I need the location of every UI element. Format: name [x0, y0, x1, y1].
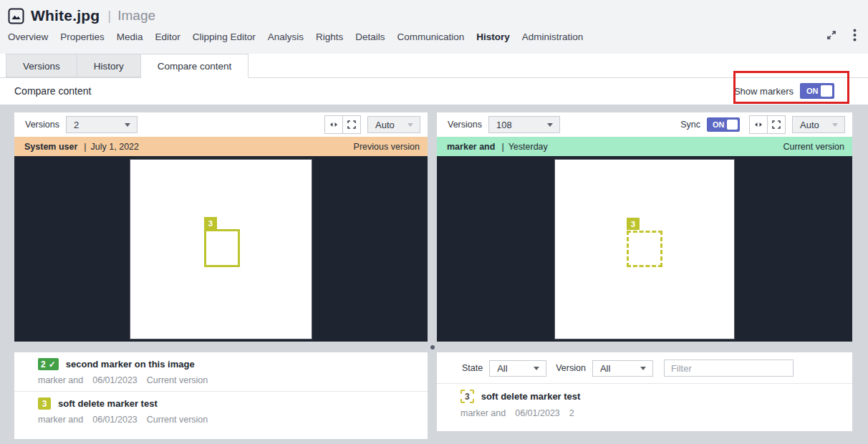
- toggle-knob: [821, 85, 832, 97]
- current-version-bar: marker and | Yesterday Current version: [437, 137, 852, 156]
- left-version-select-value: 2: [74, 120, 79, 130]
- marker-filter-row: State All Version All: [437, 352, 852, 384]
- nav-history[interactable]: History: [476, 32, 510, 42]
- fullscreen-icon[interactable]: [767, 115, 786, 134]
- nav-rights[interactable]: Rights: [316, 32, 343, 42]
- show-markers-toggle[interactable]: ON: [800, 83, 834, 99]
- right-view-buttons: [749, 115, 786, 134]
- nav-communication[interactable]: Communication: [397, 32, 464, 42]
- right-zoom-select[interactable]: Auto: [792, 116, 845, 133]
- toggle-knob: [727, 120, 738, 130]
- left-view-buttons: [324, 115, 361, 134]
- sub-tabstrip: Versions History Compare content: [0, 54, 868, 78]
- version-filter-select-value: All: [600, 363, 610, 374]
- marker-meta: marker and 06/01/2023 2: [460, 408, 852, 418]
- chevron-down-icon: [125, 123, 130, 127]
- marker-3-badge-deleted: 3: [460, 390, 474, 403]
- check-icon: ✓: [49, 359, 56, 370]
- chevron-down-icon: [408, 123, 413, 127]
- marker-title: soft delete marker test: [481, 391, 581, 402]
- nav-analysis[interactable]: Analysis: [268, 32, 304, 42]
- right-version-select[interactable]: 108: [488, 116, 560, 133]
- marker-list-item[interactable]: 3 soft delete marker test marker and 06/…: [437, 384, 852, 424]
- title-row: White.jpg | Image: [0, 0, 868, 24]
- show-markers-toggle-state: ON: [806, 87, 819, 95]
- left-panel-toolbar: Versions 2 Auto: [14, 112, 428, 137]
- version-filter-label: Version: [556, 363, 586, 373]
- marker-3-badge: 3: [38, 397, 51, 410]
- left-zoom-select[interactable]: Auto: [367, 116, 420, 133]
- app-header: White.jpg | Image Overview Properties Me…: [0, 0, 868, 54]
- marker-list-item[interactable]: 2 ✓ second marker on this image marker a…: [14, 352, 428, 391]
- tab-compare-content[interactable]: Compare content: [141, 54, 249, 78]
- sync-label: Sync: [680, 120, 700, 130]
- left-image-canvas: 3: [130, 160, 312, 339]
- right-image-viewport: 3: [437, 156, 852, 342]
- nav-overview[interactable]: Overview: [8, 32, 48, 42]
- marker-3-label[interactable]: 3: [627, 218, 640, 230]
- separator: |: [501, 142, 503, 152]
- separator: |: [84, 142, 86, 152]
- tab-versions[interactable]: Versions: [6, 54, 77, 77]
- chevron-down-icon: [547, 123, 553, 127]
- fit-width-icon[interactable]: [749, 115, 768, 134]
- nav-media[interactable]: Media: [117, 32, 143, 42]
- nav-properties[interactable]: Properties: [60, 32, 105, 42]
- fullscreen-icon[interactable]: [342, 115, 361, 134]
- nav-editor[interactable]: Editor: [155, 32, 180, 42]
- expand-fullscreen-icon[interactable]: [826, 29, 837, 41]
- nav-clipping-editor[interactable]: Clipping Editor: [193, 32, 256, 42]
- sync-toggle[interactable]: ON: [707, 117, 740, 132]
- left-zoom-select-value: Auto: [375, 120, 395, 130]
- marker-3-region-dashed[interactable]: [627, 231, 662, 267]
- nav-details[interactable]: Details: [355, 32, 385, 42]
- marker-2-badge: 2 ✓: [38, 358, 59, 370]
- version-date: Yesterday: [508, 142, 548, 152]
- main-nav: Overview Properties Media Editor Clippin…: [0, 24, 868, 42]
- right-marker-list: State All Version All 3 soft delete ma: [437, 352, 852, 431]
- page-title: White.jpg: [31, 7, 100, 24]
- title-separator: |: [107, 8, 111, 24]
- state-select[interactable]: All: [489, 360, 546, 377]
- marker-3-label[interactable]: 3: [204, 217, 217, 229]
- marker-list-item[interactable]: 3 soft delete marker test marker and 06/…: [14, 391, 428, 430]
- marker-meta: marker and 06/01/2023 Current version: [38, 415, 428, 425]
- previous-version-bar: System user | July 1, 2022 Previous vers…: [14, 137, 428, 156]
- sync-toggle-state: ON: [713, 120, 725, 129]
- show-markers-label: Show markers: [734, 86, 794, 97]
- nav-administration[interactable]: Administration: [522, 32, 584, 42]
- compare-content-area: Versions 2 Auto System user | J: [0, 105, 868, 444]
- section-title: Compare content: [14, 85, 91, 97]
- marker-3-region[interactable]: [204, 229, 240, 267]
- version-author: System user: [24, 142, 77, 152]
- header-icons: [826, 29, 857, 42]
- tab-history[interactable]: History: [77, 54, 141, 77]
- right-compare-panel: Versions 108 Sync ON Auto: [437, 112, 852, 431]
- version-tag: Current version: [783, 142, 844, 152]
- chevron-down-icon: [534, 367, 539, 370]
- right-panel-toolbar: Versions 108 Sync ON Auto: [437, 112, 852, 137]
- state-label: State: [462, 363, 483, 373]
- version-filter-select[interactable]: All: [592, 360, 653, 377]
- left-version-select[interactable]: 2: [66, 116, 138, 133]
- panel-separator-strip: [14, 342, 428, 352]
- marker-title: second marker on this image: [66, 359, 195, 370]
- right-version-select-value: 108: [496, 120, 512, 130]
- right-zoom-select-value: Auto: [800, 120, 819, 130]
- versions-label: Versions: [25, 120, 59, 130]
- fit-width-icon[interactable]: [324, 115, 343, 134]
- asset-type-label: Image: [117, 8, 155, 24]
- marker-filter-input[interactable]: [664, 359, 794, 377]
- marker-title: soft delete marker test: [58, 398, 158, 409]
- state-select-value: All: [497, 363, 507, 374]
- show-markers-control: Show markers ON: [734, 83, 834, 99]
- panel-resize-handle[interactable]: [430, 345, 435, 349]
- kebab-menu-icon[interactable]: [853, 29, 857, 42]
- panel-separator-strip: [437, 342, 852, 352]
- left-marker-list: 2 ✓ second marker on this image marker a…: [14, 352, 428, 439]
- chevron-down-icon: [832, 123, 838, 127]
- version-tag: Previous version: [354, 142, 420, 152]
- version-author: marker and: [447, 142, 495, 152]
- version-date: July 1, 2022: [91, 142, 139, 152]
- image-file-icon: [8, 8, 24, 24]
